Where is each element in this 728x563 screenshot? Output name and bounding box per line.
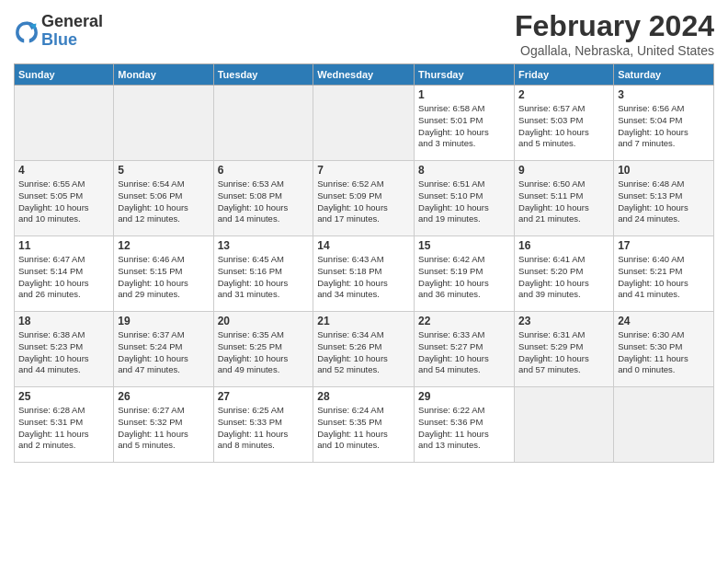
day-number-12: 12 [118,239,209,252]
day-detail-20: Sunrise: 6:35 AM Sunset: 5:25 PM Dayligh… [218,329,310,376]
day-number-10: 10 [618,164,710,177]
calendar-table: Sunday Monday Tuesday Wednesday Thursday… [14,63,714,463]
day-detail-14: Sunrise: 6:43 AM Sunset: 5:18 PM Dayligh… [317,254,410,301]
calendar-cell-w5-d3: 27Sunrise: 6:25 AM Sunset: 5:33 PM Dayli… [213,387,313,463]
day-number-14: 14 [317,239,410,252]
calendar-cell-w2-d1: 4Sunrise: 6:55 AM Sunset: 5:05 PM Daylig… [15,161,114,236]
calendar-cell-w4-d1: 18Sunrise: 6:38 AM Sunset: 5:23 PM Dayli… [15,312,114,387]
calendar-cell-w1-d2 [114,86,213,161]
calendar-header-row: Sunday Monday Tuesday Wednesday Thursday… [15,64,714,86]
calendar-cell-w4-d4: 21Sunrise: 6:34 AM Sunset: 5:26 PM Dayli… [313,312,415,387]
week-row-2: 4Sunrise: 6:55 AM Sunset: 5:05 PM Daylig… [15,161,714,236]
day-number-22: 22 [418,315,510,327]
day-number-1: 1 [418,88,510,101]
calendar-cell-w5-d7 [614,387,714,463]
col-tuesday: Tuesday [213,64,313,86]
day-detail-11: Sunrise: 6:47 AM Sunset: 5:14 PM Dayligh… [18,254,109,301]
day-detail-28: Sunrise: 6:24 AM Sunset: 5:35 PM Dayligh… [317,405,410,452]
logo: General Blue [14,13,103,50]
col-saturday: Saturday [614,64,714,86]
day-number-8: 8 [418,164,510,177]
day-detail-12: Sunrise: 6:46 AM Sunset: 5:15 PM Dayligh… [118,254,209,301]
calendar-cell-w2-d7: 10Sunrise: 6:48 AM Sunset: 5:13 PM Dayli… [614,161,714,236]
calendar-cell-w4-d3: 20Sunrise: 6:35 AM Sunset: 5:25 PM Dayli… [213,312,313,387]
calendar-cell-w4-d6: 23Sunrise: 6:31 AM Sunset: 5:29 PM Dayli… [515,312,614,387]
logo-icon [14,18,40,44]
calendar-cell-w2-d4: 7Sunrise: 6:52 AM Sunset: 5:09 PM Daylig… [313,161,415,236]
week-row-5: 25Sunrise: 6:28 AM Sunset: 5:31 PM Dayli… [15,387,714,463]
day-detail-22: Sunrise: 6:33 AM Sunset: 5:27 PM Dayligh… [418,329,510,376]
calendar-cell-w3-d2: 12Sunrise: 6:46 AM Sunset: 5:15 PM Dayli… [114,236,213,312]
calendar-cell-w4-d7: 24Sunrise: 6:30 AM Sunset: 5:30 PM Dayli… [614,312,714,387]
week-row-4: 18Sunrise: 6:38 AM Sunset: 5:23 PM Dayli… [15,312,714,387]
day-number-4: 4 [18,164,109,177]
day-number-28: 28 [317,390,410,403]
col-monday: Monday [114,64,213,86]
day-detail-21: Sunrise: 6:34 AM Sunset: 5:26 PM Dayligh… [317,329,410,376]
day-number-20: 20 [218,315,310,327]
calendar-cell-w5-d1: 25Sunrise: 6:28 AM Sunset: 5:31 PM Dayli… [15,387,114,463]
calendar-cell-w1-d1 [15,86,114,161]
col-thursday: Thursday [415,64,515,86]
day-detail-6: Sunrise: 6:53 AM Sunset: 5:08 PM Dayligh… [218,178,310,225]
main-title: February 2024 [515,9,714,43]
calendar-cell-w3-d6: 16Sunrise: 6:41 AM Sunset: 5:20 PM Dayli… [515,236,614,312]
day-number-29: 29 [418,390,510,403]
day-detail-10: Sunrise: 6:48 AM Sunset: 5:13 PM Dayligh… [618,178,710,225]
day-number-3: 3 [618,88,710,101]
day-number-11: 11 [18,239,109,252]
col-friday: Friday [515,64,614,86]
day-number-18: 18 [18,315,109,327]
calendar-cell-w2-d5: 8Sunrise: 6:51 AM Sunset: 5:10 PM Daylig… [415,161,515,236]
day-detail-9: Sunrise: 6:50 AM Sunset: 5:11 PM Dayligh… [518,178,609,225]
calendar-cell-w4-d5: 22Sunrise: 6:33 AM Sunset: 5:27 PM Dayli… [415,312,515,387]
week-row-3: 11Sunrise: 6:47 AM Sunset: 5:14 PM Dayli… [15,236,714,312]
day-number-17: 17 [618,239,710,252]
day-number-23: 23 [518,315,609,327]
day-number-16: 16 [518,239,609,252]
day-number-9: 9 [518,164,609,177]
week-row-1: 1Sunrise: 6:58 AM Sunset: 5:01 PM Daylig… [15,86,714,161]
day-detail-25: Sunrise: 6:28 AM Sunset: 5:31 PM Dayligh… [18,405,109,452]
day-detail-18: Sunrise: 6:38 AM Sunset: 5:23 PM Dayligh… [18,329,109,376]
calendar-cell-w5-d6 [515,387,614,463]
day-number-19: 19 [118,315,209,327]
day-detail-3: Sunrise: 6:56 AM Sunset: 5:04 PM Dayligh… [618,103,710,150]
day-number-2: 2 [518,88,609,101]
calendar-cell-w2-d2: 5Sunrise: 6:54 AM Sunset: 5:06 PM Daylig… [114,161,213,236]
calendar-cell-w1-d4 [313,86,415,161]
calendar-cell-w1-d5: 1Sunrise: 6:58 AM Sunset: 5:01 PM Daylig… [415,86,515,161]
day-detail-13: Sunrise: 6:45 AM Sunset: 5:16 PM Dayligh… [218,254,310,301]
day-number-7: 7 [317,164,410,177]
calendar-cell-w3-d4: 14Sunrise: 6:43 AM Sunset: 5:18 PM Dayli… [313,236,415,312]
day-number-6: 6 [218,164,310,177]
day-detail-19: Sunrise: 6:37 AM Sunset: 5:24 PM Dayligh… [118,329,209,376]
day-detail-15: Sunrise: 6:42 AM Sunset: 5:19 PM Dayligh… [418,254,510,301]
calendar-cell-w4-d2: 19Sunrise: 6:37 AM Sunset: 5:24 PM Dayli… [114,312,213,387]
calendar-cell-w3-d7: 17Sunrise: 6:40 AM Sunset: 5:21 PM Dayli… [614,236,714,312]
page-container: General Blue February 2024 Ogallala, Neb… [0,0,728,467]
day-detail-24: Sunrise: 6:30 AM Sunset: 5:30 PM Dayligh… [618,329,710,376]
header: General Blue February 2024 Ogallala, Neb… [14,9,714,58]
day-detail-1: Sunrise: 6:58 AM Sunset: 5:01 PM Dayligh… [418,103,510,150]
calendar-cell-w2-d3: 6Sunrise: 6:53 AM Sunset: 5:08 PM Daylig… [213,161,313,236]
day-number-25: 25 [18,390,109,403]
day-detail-26: Sunrise: 6:27 AM Sunset: 5:32 PM Dayligh… [118,405,209,452]
day-number-24: 24 [618,315,710,327]
calendar-cell-w5-d2: 26Sunrise: 6:27 AM Sunset: 5:32 PM Dayli… [114,387,213,463]
logo-text-line2: Blue [41,31,103,50]
day-detail-8: Sunrise: 6:51 AM Sunset: 5:10 PM Dayligh… [418,178,510,225]
calendar-cell-w3-d3: 13Sunrise: 6:45 AM Sunset: 5:16 PM Dayli… [213,236,313,312]
day-number-15: 15 [418,239,510,252]
day-detail-27: Sunrise: 6:25 AM Sunset: 5:33 PM Dayligh… [218,405,310,452]
col-wednesday: Wednesday [313,64,415,86]
day-detail-2: Sunrise: 6:57 AM Sunset: 5:03 PM Dayligh… [518,103,609,150]
day-detail-4: Sunrise: 6:55 AM Sunset: 5:05 PM Dayligh… [18,178,109,225]
day-number-13: 13 [218,239,310,252]
day-number-26: 26 [118,390,209,403]
calendar-cell-w1-d7: 3Sunrise: 6:56 AM Sunset: 5:04 PM Daylig… [614,86,714,161]
calendar-cell-w2-d6: 9Sunrise: 6:50 AM Sunset: 5:11 PM Daylig… [515,161,614,236]
day-detail-7: Sunrise: 6:52 AM Sunset: 5:09 PM Dayligh… [317,178,410,225]
day-detail-23: Sunrise: 6:31 AM Sunset: 5:29 PM Dayligh… [518,329,609,376]
calendar-cell-w3-d5: 15Sunrise: 6:42 AM Sunset: 5:19 PM Dayli… [415,236,515,312]
